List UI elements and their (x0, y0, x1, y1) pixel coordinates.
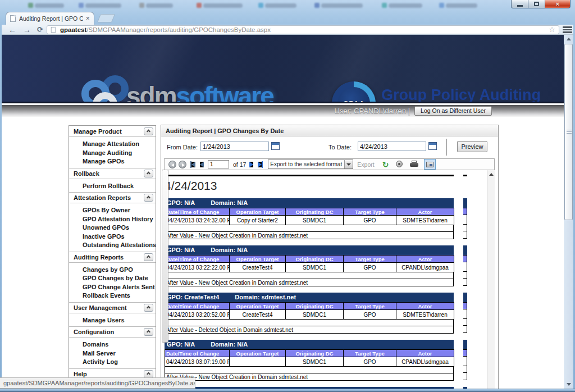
column-header: Actor (396, 303, 454, 310)
column-header: Operation Target (230, 208, 286, 216)
sidebar-item-gpo-attestation-history[interactable]: GPO Attestation History (69, 215, 156, 224)
next-page-icon[interactable] (249, 161, 254, 168)
section-label: Attestation Reports (74, 194, 144, 201)
table-row: 04/24/2013 03:07:19.00 PMSDMDC1GPOCPANDL… (165, 357, 454, 367)
product-name: Group Policy Auditing and Attestation (381, 86, 541, 103)
cell-operation-target: Copy of Starter2 (230, 216, 286, 225)
sidebar-item-manage-attestation[interactable]: Manage Attestation (69, 140, 156, 149)
column-header: Target Type (344, 208, 396, 216)
product-line1: Group Policy Auditing (381, 86, 541, 103)
scroll-down-icon[interactable] (564, 380, 573, 389)
scroll-up-icon[interactable] (564, 35, 573, 43)
section-header[interactable]: Auditing Reports (69, 252, 156, 263)
chevron-up-icon (147, 372, 150, 376)
history-forward-button[interactable] (179, 161, 186, 168)
report-scrollbar-thumb[interactable] (162, 170, 168, 343)
browser-toolbar: ← → ⟳ gpaatest/SDMGPAAManager/reports/au… (2, 25, 573, 35)
sidebar-item-changes-by-gpo[interactable]: Changes by GPO (69, 266, 156, 275)
to-date-input[interactable] (358, 142, 426, 151)
maximize-button[interactable] (528, 0, 545, 8)
first-page-icon[interactable] (190, 161, 195, 168)
previous-page-icon[interactable] (199, 161, 204, 168)
logon-different-user-button[interactable]: Log On as Different User (414, 106, 492, 116)
calendar-icon[interactable] (271, 142, 280, 150)
browser-tab[interactable]: Auditing Report | GPO Ch ✕ (6, 12, 94, 25)
print-icon[interactable] (410, 161, 418, 168)
collapse-button[interactable] (144, 370, 153, 378)
cell-operation-target (230, 357, 286, 367)
page-number-input[interactable] (208, 160, 229, 168)
export-link[interactable]: Export (357, 161, 374, 168)
close-button[interactable]: ✕ (545, 0, 571, 8)
export-format-select[interactable]: Export to the selected format (268, 159, 353, 169)
collapse-button[interactable] (144, 304, 153, 312)
print-layout-toggle[interactable] (424, 159, 436, 170)
tab-close-icon[interactable]: ✕ (85, 16, 90, 21)
browser-scrollbar-thumb[interactable] (564, 44, 573, 220)
from-date-input[interactable] (200, 142, 269, 151)
sidebar-item-gpos-by-owner[interactable]: GPOs By Owner (69, 206, 156, 215)
column-header: Operation Target (230, 256, 286, 263)
browser-scrollbar[interactable] (564, 35, 573, 389)
page-edge-sliver (463, 340, 467, 380)
change-group-partial: GPO: CreateTest4Domain: sdmtest.net (165, 387, 479, 389)
preview-button[interactable]: Preview (457, 141, 487, 152)
spacer-row (165, 272, 454, 279)
sdm-logo-text: sdmsoftware (126, 81, 273, 103)
collapse-button[interactable] (144, 194, 153, 202)
chevron-down-icon[interactable] (344, 160, 353, 168)
calendar-icon[interactable] (428, 142, 437, 150)
report-scrollbar[interactable] (487, 170, 495, 389)
section-header[interactable]: Configuration (69, 326, 156, 338)
sidebar-item-outstanding-attestations[interactable]: Outstanding Attestations (69, 241, 156, 250)
maximize-icon (534, 2, 539, 6)
last-page-icon[interactable] (258, 161, 263, 168)
cell-actor: CPANDL\sdmgpaa (396, 263, 454, 272)
collapse-button[interactable] (144, 253, 153, 261)
change-groups: GPO: N/ADomain: N/A Date/Time of ChangeO… (165, 198, 479, 389)
page-edge-sliver (463, 387, 467, 389)
reload-icon[interactable]: ⟳ (37, 25, 43, 35)
cell-originating-dc: SDMDC1 (286, 263, 344, 272)
sidebar-item-rollback-events[interactable]: Rollback Events (69, 291, 156, 300)
refresh-icon[interactable]: ↻ (382, 161, 389, 168)
user-bar: User: CPANDL\darren | Log On as Differen… (2, 105, 564, 117)
sidebar-item-perform-rollback[interactable]: Perform Rollback (69, 182, 156, 191)
sidebar-item-manage-users[interactable]: Manage Users (69, 316, 156, 325)
page-top-rule (165, 175, 454, 176)
page-setup-icon[interactable] (395, 161, 403, 168)
collapse-button[interactable] (144, 127, 153, 135)
sidebar-item-activity-log[interactable]: Activity Log (69, 358, 156, 367)
history-back-button[interactable] (168, 161, 176, 168)
section-header[interactable]: Manage Product (69, 126, 156, 137)
sidebar-item-manage-auditing[interactable]: Manage Auditing (69, 149, 156, 158)
chevron-up-icon (147, 330, 150, 334)
section-header[interactable]: Attestation Reports (69, 192, 156, 203)
section-header[interactable]: User Management (69, 302, 156, 313)
sidebar-item-manage-gpos[interactable]: Manage GPOs (69, 157, 156, 166)
collapse-button[interactable] (144, 170, 153, 177)
cell-datetime: 04/24/2013 03:20:52.00 PM (165, 310, 230, 320)
menu-icon[interactable] (563, 26, 572, 34)
scroll-up-icon[interactable] (487, 170, 495, 177)
collapse-button[interactable] (144, 328, 153, 336)
sidebar-item-inactive-gpos[interactable]: Inactive GPOs (69, 233, 156, 241)
sidebar-item-gpo-changes-by-date[interactable]: GPO Changes by Date (69, 274, 156, 283)
cell-operation-target: CreateTest4 (230, 263, 286, 272)
page-edge-sliver (463, 293, 467, 333)
sidebar-item-unowned-gpos[interactable]: Unowned GPOs (69, 224, 156, 233)
minimize-button[interactable] (511, 0, 528, 8)
sidebar-item-mail-server[interactable]: Mail Server (69, 349, 156, 358)
sidebar-item-gpo-change-alerts-sent[interactable]: GPO Change Alerts Sent (69, 283, 156, 292)
report-viewer-toolbar: of 17 Export to the selected format Expo… (164, 158, 495, 170)
sidebar-item-domains[interactable]: Domains (69, 340, 156, 349)
column-header: Originating DC (286, 208, 344, 216)
address-bar[interactable]: gpaatest/SDMGPAAManager/reports/auditing… (47, 25, 559, 34)
minimize-icon (517, 5, 523, 7)
cell-target-type: GPO (344, 357, 396, 367)
back-icon[interactable]: ← (8, 25, 16, 35)
section-header[interactable]: Rollback (69, 168, 156, 179)
bookmark-star-icon[interactable]: ☆ (549, 26, 555, 34)
forward-icon[interactable]: → (23, 25, 31, 35)
table-row: 04/24/2013 03:22:22.00 PMCreateTest4SDMD… (165, 263, 454, 272)
